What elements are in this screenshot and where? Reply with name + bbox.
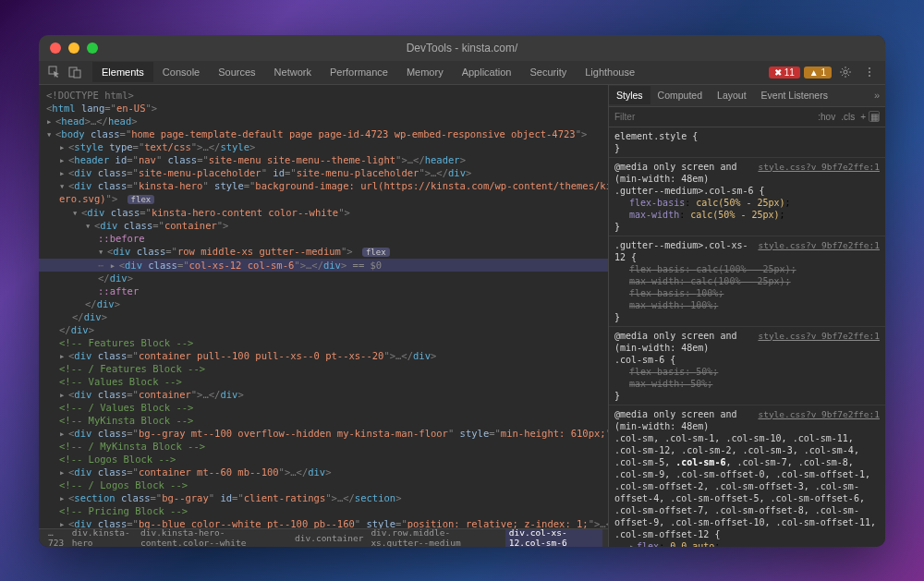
- styles-filter-input[interactable]: [614, 112, 815, 122]
- svg-point-6: [869, 75, 870, 77]
- tab-lighthouse[interactable]: Lighthouse: [576, 62, 644, 82]
- dom-node[interactable]: <!-- Pricing Block -->: [39, 504, 608, 517]
- maximize-window-button[interactable]: [87, 42, 98, 54]
- dom-node[interactable]: ero.svg)"> flex: [39, 192, 608, 206]
- css-rule[interactable]: style.css?v_9bf7e2ffe:1@media only scree…: [609, 327, 885, 405]
- warning-count-badge[interactable]: ▲ 1: [804, 67, 832, 79]
- minimize-window-button[interactable]: [68, 42, 79, 54]
- tab-application[interactable]: Application: [453, 62, 521, 82]
- svg-point-4: [869, 67, 870, 69]
- styles-tabs: StylesComputedLayoutEvent Listeners»: [609, 85, 885, 107]
- svg-rect-2: [74, 70, 80, 78]
- dom-node[interactable]: ::before: [39, 232, 608, 245]
- main-toolbar: ElementsConsoleSourcesNetworkPerformance…: [39, 61, 885, 85]
- gear-icon[interactable]: [835, 62, 856, 82]
- dom-node[interactable]: <!-- / Values Block -->: [39, 401, 608, 414]
- dom-node[interactable]: ▸<header id="nav" class="site-menu site-…: [39, 153, 608, 166]
- filter-btn-cls[interactable]: .cls: [838, 112, 857, 122]
- window-title: DevTools - kinsta.com/: [407, 42, 518, 54]
- dom-node[interactable]: ▸<section class="bg--gray" id="client-ra…: [39, 491, 608, 504]
- tab-console[interactable]: Console: [153, 62, 209, 82]
- tab-memory[interactable]: Memory: [397, 62, 453, 82]
- new-style-rule-icon[interactable]: ▦: [869, 111, 880, 122]
- dom-node[interactable]: <html lang="en-US">: [39, 102, 608, 115]
- dom-node[interactable]: ▾<div class="row middle-xs gutter--mediu…: [39, 245, 608, 259]
- css-rule[interactable]: style.css?v_9bf7e2ffe:1@media only scree…: [609, 158, 885, 236]
- error-count: 11: [784, 67, 795, 78]
- styles-filter-row: :hov.cls+ ▦: [609, 107, 885, 127]
- close-window-button[interactable]: [50, 42, 61, 54]
- error-count-badge[interactable]: ✖ 11: [769, 67, 800, 79]
- dom-node[interactable]: <!-- MyKinsta Block -->: [39, 414, 608, 427]
- dom-node[interactable]: ▾<body class="home page-template-default…: [39, 127, 608, 140]
- dom-node[interactable]: ▸<div class="container pull--100 pull--x…: [39, 349, 608, 362]
- breadcrumb-item[interactable]: div.kinsta-hero: [68, 528, 137, 547]
- svg-point-3: [844, 70, 847, 74]
- more-menu-icon[interactable]: [859, 62, 880, 82]
- source-link[interactable]: style.css?v_9bf7e2ffe:1: [758, 408, 880, 420]
- dom-node[interactable]: <!-- Features Block -->: [39, 336, 608, 349]
- tab-performance[interactable]: Performance: [321, 62, 397, 82]
- dom-node[interactable]: </div>: [39, 272, 608, 284]
- styles-rules[interactable]: element.style {}style.css?v_9bf7e2ffe:1@…: [609, 127, 885, 547]
- styles-panel: StylesComputedLayoutEvent Listeners» :ho…: [608, 85, 885, 547]
- tab-elements[interactable]: Elements: [92, 62, 153, 82]
- warning-count: 1: [821, 67, 826, 78]
- dom-node[interactable]: <!-- / Logos Block -->: [39, 478, 608, 491]
- main-tabs: ElementsConsoleSourcesNetworkPerformance…: [92, 62, 644, 82]
- filter-btn-[interactable]: +: [857, 112, 869, 122]
- titlebar: DevTools - kinsta.com/: [39, 35, 885, 61]
- svg-point-5: [869, 71, 870, 73]
- dom-node[interactable]: ▸<div class="site-menu-placeholder" id="…: [39, 166, 608, 179]
- dom-node[interactable]: ▾<div class="container">: [39, 219, 608, 232]
- elements-panel: <!DOCTYPE html><html lang="en-US">▸<head…: [39, 85, 608, 547]
- tab-network[interactable]: Network: [265, 62, 321, 82]
- dom-node[interactable]: ▾<div class="kinsta-hero" style="backgro…: [39, 179, 608, 192]
- dom-node[interactable]: <!DOCTYPE html>: [39, 89, 608, 102]
- dom-node[interactable]: ▸<head>…</head>: [39, 115, 608, 127]
- dom-node[interactable]: <!-- Values Block -->: [39, 375, 608, 388]
- dom-tree[interactable]: <!DOCTYPE html><html lang="en-US">▸<head…: [39, 85, 608, 528]
- dom-node[interactable]: ▸<style type="text/css">…</style>: [39, 140, 608, 153]
- styles-tab-computed[interactable]: Computed: [650, 86, 710, 104]
- dom-node[interactable]: ▸<div class="bg--blue color--white pt--1…: [39, 517, 608, 528]
- breadcrumb-item[interactable]: div.container: [291, 533, 367, 543]
- breadcrumb-item[interactable]: …723: [44, 528, 68, 547]
- source-link[interactable]: style.css?v_9bf7e2ffe:1: [758, 161, 880, 173]
- dom-node[interactable]: <!-- / Features Block -->: [39, 362, 608, 375]
- styles-tab-event-listeners[interactable]: Event Listeners: [754, 86, 835, 104]
- source-link[interactable]: style.css?v_9bf7e2ffe:1: [758, 330, 880, 342]
- traffic-lights: [50, 42, 98, 54]
- css-rule[interactable]: style.css?v_9bf7e2ffe:1.gutter--medium>.…: [609, 236, 885, 327]
- styles-tab-layout[interactable]: Layout: [710, 86, 754, 104]
- breadcrumb-item[interactable]: div.kinsta-hero-content.color--white: [137, 528, 291, 547]
- device-toggle-icon[interactable]: [65, 62, 85, 82]
- breadcrumb-item[interactable]: div.row.middle-xs.gutter--medium: [367, 528, 505, 547]
- dom-node[interactable]: <!-- Logos Block -->: [39, 453, 608, 466]
- devtools-window: DevTools - kinsta.com/ ElementsConsoleSo…: [39, 35, 885, 547]
- tab-security[interactable]: Security: [520, 62, 576, 82]
- dom-node[interactable]: </div>: [39, 310, 608, 323]
- dom-node[interactable]: ▸<div class="container mt--60 mb--100">……: [39, 466, 608, 478]
- breadcrumb-item[interactable]: div.col-xs-12.col-sm-6: [505, 528, 602, 547]
- dom-node[interactable]: </div>: [39, 323, 608, 336]
- css-rule[interactable]: style.css?v_9bf7e2ffe:1@media only scree…: [609, 405, 885, 547]
- dom-node[interactable]: ▸<div class="container">…</div>: [39, 388, 608, 401]
- styles-tab-styles[interactable]: Styles: [609, 86, 650, 104]
- css-rule[interactable]: element.style {}: [609, 127, 885, 158]
- source-link[interactable]: style.css?v_9bf7e2ffe:1: [758, 239, 880, 251]
- dom-node[interactable]: ⋯ ▸<div class="col-xs-12 col-sm-6">…</di…: [39, 259, 608, 272]
- main-content: <!DOCTYPE html><html lang="en-US">▸<head…: [39, 85, 885, 547]
- dom-node[interactable]: ::after: [39, 284, 608, 297]
- more-styles-tabs-icon[interactable]: »: [869, 90, 885, 101]
- dom-breadcrumb: …723div.kinsta-herodiv.kinsta-hero-conte…: [39, 528, 608, 547]
- dom-node[interactable]: ▾<div class="kinsta-hero-content color--…: [39, 206, 608, 219]
- dom-node[interactable]: <!-- / MyKinsta Block -->: [39, 440, 608, 453]
- inspect-element-icon[interactable]: [44, 62, 65, 82]
- filter-btn-hov[interactable]: :hov: [815, 112, 838, 122]
- tab-sources[interactable]: Sources: [209, 62, 264, 82]
- dom-node[interactable]: ▸<div class="bg--gray mt--100 overflow--…: [39, 427, 608, 440]
- dom-node[interactable]: </div>: [39, 297, 608, 310]
